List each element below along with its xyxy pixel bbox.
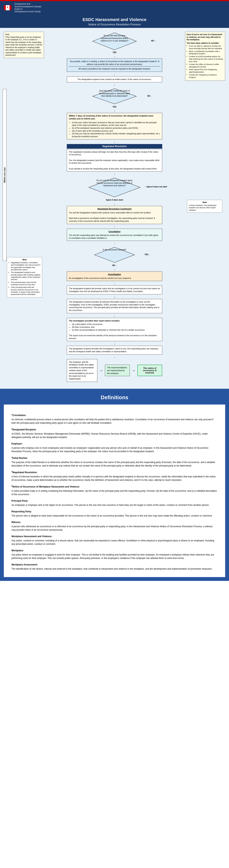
inv-report-item1: (a) a description of the occurrence; <box>72 323 160 326</box>
report-shared-box: The designated recipient provides the in… <box>67 346 162 354</box>
investigation-text: An investigation of the occurrence must … <box>69 277 160 280</box>
def-text-notice: A notice provided orally or in writing c… <box>11 489 218 496</box>
investigation-box: Investigation An investigation of the oc… <box>67 272 162 281</box>
page-title-bar: ESDC Harassment and Violence Notice of O… <box>0 14 229 28</box>
note-left-top-text: If the responding party is not an employ… <box>5 36 42 56</box>
arrow4: ↓ <box>114 109 115 112</box>
arrow13: ↓ <box>114 314 115 317</box>
note-left-top-title: Note <box>5 33 42 36</box>
decision-resolved-no: NO ↓ <box>94 265 135 267</box>
def-term-dr: 2Designated Recipient: <box>11 428 218 431</box>
neg-res-continue-text: You and the designated recipient will co… <box>69 211 160 214</box>
investigator-report-title: The investigator provides their report w… <box>69 319 160 322</box>
note-right-options-title: You have many options to consider: <box>187 42 224 44</box>
notice-provision-subtext: All notices provided to the employer mus… <box>78 68 151 70</box>
note-lower-left-content: Note Negotiated resolution, conciliation… <box>7 257 42 298</box>
arrow5: ↓ <box>114 141 115 144</box>
note-agree-not-meet-text: In these situations, the designated reci… <box>189 204 216 211</box>
dr-notice-text: The designated recipient will provide no… <box>69 287 160 292</box>
def-term-workplace: Workplace: <box>11 549 218 552</box>
7days-item3: (iii) of each step of the resolution pro… <box>72 129 160 132</box>
notice-resolved-box: The notice of occurrence is resolved. <box>137 365 162 376</box>
arrow-resolved: → <box>132 368 135 373</box>
notice-review-box: The designated recipient must conduct an… <box>67 76 162 82</box>
arrow-rec: → <box>99 368 103 373</box>
def-term-responding: Responding Party: <box>11 510 218 513</box>
def-text-witness: A person who witnessed an occurrence or … <box>11 525 218 532</box>
note-right-opt2: Book a confidential consultation with a … <box>189 50 224 55</box>
note-lower-item1: Negotiated resolution, conciliation and … <box>11 261 40 271</box>
decision-start-diamond: Do you feel that you have experienced ha… <box>92 32 137 51</box>
note-right-opt3: Contact an EAP/counselling advisor for h… <box>189 55 224 63</box>
flowchart-area: Note If the responding party is not an e… <box>0 28 229 389</box>
neg-res-timeline-subtext: You, the designated recipient (and the e… <box>69 159 160 164</box>
note-right-opt6: Contact the Chaplaincy Assistance Progra… <box>189 74 224 79</box>
decision-notice-diamond: Does the notice contain the name of the … <box>92 88 137 105</box>
dept-name-en2: Social Development Canada <box>14 5 41 8</box>
decision-resolved-diamond: Is the occurrence resolved? <box>94 246 135 264</box>
conciliation-box: Conciliation You and the responding part… <box>67 229 162 241</box>
conciliation-text: You and the responding party may attempt… <box>69 234 160 239</box>
recommendations-text: The recommendations are implemented by t… <box>107 366 127 374</box>
decision-start-no: NO → <box>151 40 157 42</box>
decision-start-yes: YES <box>92 51 137 54</box>
notice-review-text: The designated recipient must conduct an… <box>77 78 152 81</box>
notice-provision-text: You provide, orally or in writing, a not… <box>70 60 159 65</box>
note-lower-item3: The principal party may end the resoluti… <box>11 281 40 286</box>
svg-rect-1 <box>6 5 9 10</box>
employer-review-text: The employer and the workplace health an… <box>69 361 94 380</box>
employer-review-box: The employer and the workplace health an… <box>67 359 97 382</box>
def-text-wa: The identification of risk factors, inte… <box>11 567 218 570</box>
def-term-notice: 5Notice of Occurrence of Workplace Haras… <box>11 485 218 489</box>
def-term-employer: Employer: <box>11 442 218 445</box>
government-logo: Employment and Social Development Canada… <box>14 3 41 12</box>
page-title-line1: ESDC Harassment and Violence <box>4 17 225 22</box>
notice-resolved-text: The notice of occurrence is resolved. <box>143 367 157 374</box>
def-text-neg-res: A form of informal resolution in which t… <box>11 475 218 482</box>
definitions-content: 1Conciliation: An informal, confidential… <box>4 405 225 577</box>
note-right-opt4: Contact the Office of Informal Conflict … <box>189 63 224 68</box>
note-lower-left: Note Negotiated resolution, conciliation… <box>7 257 45 298</box>
arrow14: ↓ <box>114 342 115 345</box>
decision-resolved-wrapper: Is the occurrence resolved? YES → NO ↓ <box>94 246 135 267</box>
canada-flag-icon <box>4 5 11 10</box>
inv-report-item2: (b) their conclusions; and <box>72 326 160 329</box>
def-term-neg-res: 4Negotiated Resolution: <box>11 470 218 474</box>
arrow8: ↓ <box>114 225 115 228</box>
def-text-initial-review: The purpose of the Initial Review is to … <box>11 461 218 467</box>
note-right-opt1: If you are able to, attempt to resolve t… <box>189 45 224 50</box>
info-provision-box: The designated recipient provides all re… <box>67 299 162 313</box>
arrow10: ↓ <box>114 268 115 271</box>
note-left-top: Note If the responding party is not an e… <box>4 32 44 58</box>
conciliation-title: Conciliation <box>69 230 160 233</box>
arrow15: ↓ <box>114 355 115 359</box>
7days-item2: (ii) of the workplace harassment and vio… <box>72 127 160 129</box>
def-text-conciliation: An informal, confidential process where … <box>11 418 218 425</box>
dept-name-fr2: Développement social Canada <box>14 10 40 12</box>
decision-notice-wrapper: Does the notice contain the name of the … <box>92 88 137 108</box>
decision-agree-wrapper: Do you and the designated recipient agre… <box>88 177 141 201</box>
def-term-principal: Principal Party: <box>11 499 218 503</box>
dept-name-en: Employment and <box>14 3 30 5</box>
inv-report-confidentiality: The report must not reveal the identity … <box>69 334 160 340</box>
investigator-report-box: The investigator provides their report w… <box>67 318 162 341</box>
def-text-employer: A person who employs one or more employe… <box>11 446 218 453</box>
arrow6: ↓ <box>114 173 115 176</box>
within-7-days-box: Within 7 days of receiving of the notice… <box>67 113 162 140</box>
neg-res-decision-note: If you decide to involve the responding … <box>69 167 160 170</box>
note-agree-not-meet: Note In these situations, the designated… <box>187 200 225 213</box>
7days-item1: (i) that your notice has been received o… <box>72 121 160 127</box>
def-term-witness: Witness: <box>11 521 218 524</box>
decision-notice-text: Does the notice contain the name of the … <box>98 90 131 97</box>
neg-res-timeline-text: The negotiated resolution phase will beg… <box>69 151 160 156</box>
decision-agree-meet-label: Agree it does meet <box>88 199 141 201</box>
def-term-initial-review: 3Initial Review: <box>11 456 218 460</box>
def-term-whv: Workplace Harassment and Violence: <box>11 535 218 538</box>
header-bar: Employment and Social Development Canada… <box>0 1 229 14</box>
svg-rect-2 <box>9 5 11 10</box>
arrow12: ↓ <box>114 295 115 299</box>
dr-notice-box: The designated recipient will provide no… <box>67 286 162 294</box>
decision-resolved-text: Is the occurrence resolved? <box>99 249 130 251</box>
arrow1: ↓ <box>114 55 115 58</box>
year-bracket: Within one year <box>3 89 6 261</box>
